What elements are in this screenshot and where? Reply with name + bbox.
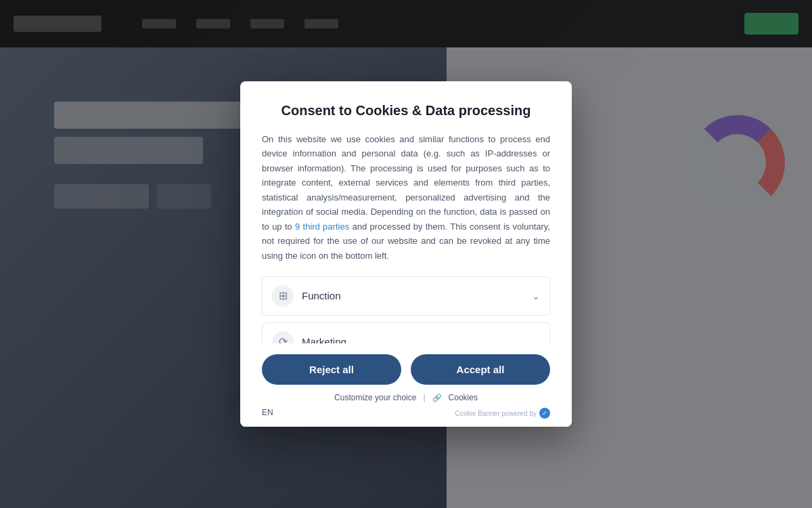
modal-body-text: On this website we use cookies and simil… xyxy=(262,132,550,263)
marketing-icon: ⟳ xyxy=(272,331,294,343)
marketing-chevron-icon: ⌄ xyxy=(532,337,540,343)
cookies-chain-icon: 🔗 xyxy=(432,394,442,402)
marketing-label: Marketing xyxy=(302,336,346,343)
category-function-left: ⊞ Function xyxy=(272,285,341,307)
cookie-consent-modal: Consent to Cookies & Data processing On … xyxy=(240,81,572,427)
link-separator: | xyxy=(423,393,425,402)
modal-title: Consent to Cookies & Data processing xyxy=(262,103,550,119)
third-parties-link[interactable]: 9 third parties xyxy=(295,221,349,232)
modal-footer: Reject all Accept all Customize your cho… xyxy=(240,343,572,427)
category-function[interactable]: ⊞ Function ⌄ xyxy=(262,276,550,316)
body-text-part1: On this website we use cookies and simil… xyxy=(262,134,550,232)
powered-by: Cookie Banner powered by ✓ xyxy=(455,408,550,419)
reject-all-button[interactable]: Reject all xyxy=(262,354,401,385)
function-chevron-icon: ⌄ xyxy=(532,291,540,301)
accept-all-button[interactable]: Accept all xyxy=(411,354,550,385)
modal-scrollable-area[interactable]: Consent to Cookies & Data processing On … xyxy=(240,81,572,343)
function-label: Function xyxy=(302,290,341,301)
customize-choice-link[interactable]: Customize your choice xyxy=(334,393,416,402)
modal-footer-links: Customize your choice | 🔗 Cookies xyxy=(262,393,550,402)
category-marketing-left: ⟳ Marketing xyxy=(272,331,346,343)
powered-by-text: Cookie Banner powered by xyxy=(455,410,537,417)
powered-by-logo: ✓ xyxy=(539,408,550,419)
modal-action-buttons: Reject all Accept all xyxy=(262,354,550,385)
cookies-link[interactable]: Cookies xyxy=(449,393,478,402)
function-icon: ⊞ xyxy=(272,285,294,307)
category-marketing[interactable]: ⟳ Marketing ⌄ xyxy=(262,322,550,343)
language-selector[interactable]: EN xyxy=(262,408,273,417)
modal-footer-bottom: EN Cookie Banner powered by ✓ xyxy=(262,408,550,419)
